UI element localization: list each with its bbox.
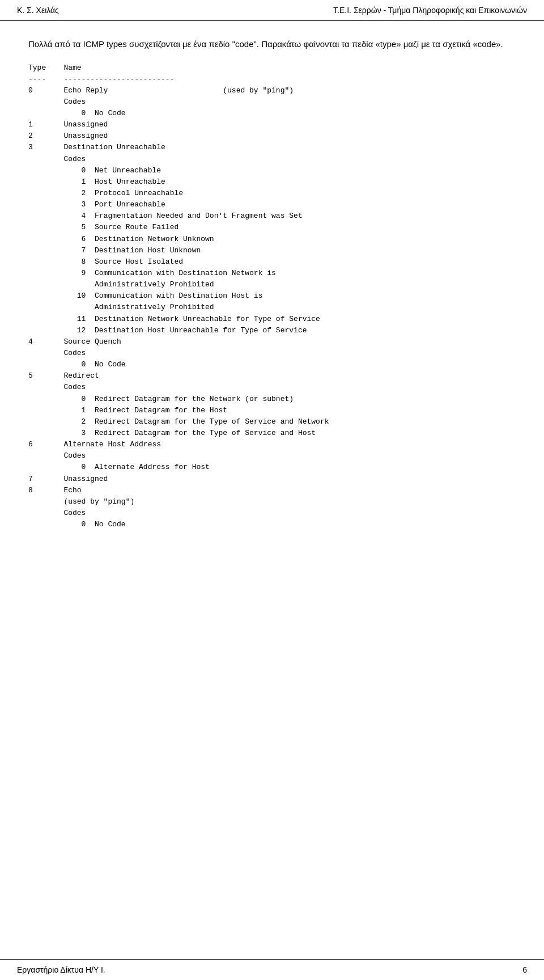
header-left: Κ. Σ. Χειλάς — [17, 6, 59, 15]
page-header: Κ. Σ. Χειλάς Τ.Ε.Ι. Σερρών - Τμήμα Πληρο… — [0, 0, 544, 21]
page-footer: Εργαστήριο Δίκτυα Η/Υ Ι. 6 — [0, 959, 544, 980]
footer-left: Εργαστήριο Δίκτυα Η/Υ Ι. — [17, 965, 105, 974]
intro-line-1: Πολλά από τα ICMP types συσχετίζονται με… — [28, 38, 516, 51]
code-block: Type Name ---- -------------------------… — [28, 62, 516, 531]
footer-right: 6 — [522, 965, 527, 974]
header-right: Τ.Ε.Ι. Σερρών - Τμήμα Πληροφορικής και Ε… — [333, 6, 527, 15]
page-content: Πολλά από τα ICMP types συσχετίζονται με… — [0, 21, 544, 576]
